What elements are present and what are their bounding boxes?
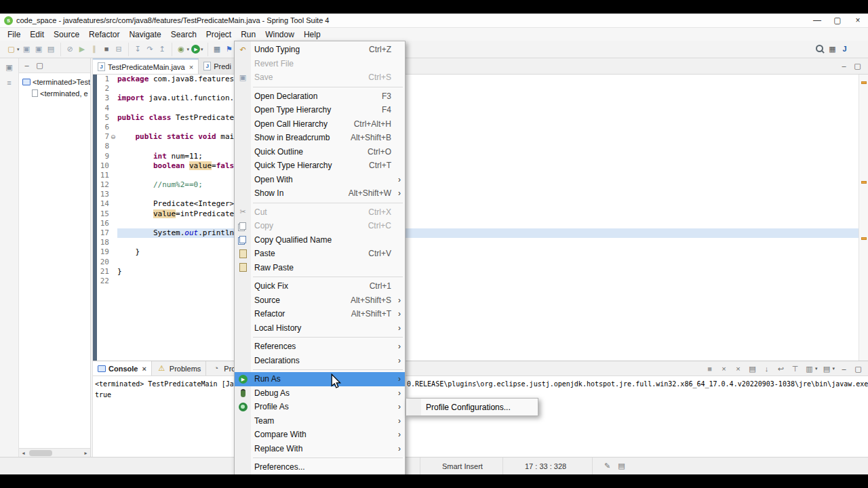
search-icon[interactable] xyxy=(814,43,826,55)
save-file-icon[interactable]: ▣ xyxy=(21,43,33,55)
code-line[interactable]: boolean value=false xyxy=(117,161,868,171)
code-line[interactable] xyxy=(117,190,868,199)
menu-item-compare-with[interactable]: Compare With› xyxy=(235,428,405,442)
maximize-icon[interactable]: ▢ xyxy=(852,363,864,375)
code-line[interactable] xyxy=(117,123,868,132)
menubar-item-refactor[interactable]: Refactor xyxy=(84,28,124,41)
menu-item-refactor[interactable]: RefactorAlt+Shift+T› xyxy=(235,307,405,321)
menubar-item-help[interactable]: Help xyxy=(299,28,326,41)
scroll-left-icon[interactable]: ◂ xyxy=(19,449,28,458)
code-line[interactable]: int num=11; xyxy=(117,152,868,161)
menu-item-profile-as[interactable]: Profile As› xyxy=(235,400,405,414)
menu-item-references[interactable]: References› xyxy=(235,340,405,354)
menu-item-quick-fix[interactable]: Quick FixCtrl+1 xyxy=(235,279,405,293)
code-line[interactable]: } xyxy=(117,247,868,257)
menu-item-open-declaration[interactable]: Open DeclarationF3 xyxy=(235,89,405,104)
menu-item-raw-paste[interactable]: Raw Paste xyxy=(235,261,405,275)
menubar-item-project[interactable]: Project xyxy=(201,28,236,41)
code-line[interactable] xyxy=(117,277,868,286)
terminate-console-icon[interactable]: ■ xyxy=(704,363,715,375)
console-output[interactable]: <terminated> TestPredicateMain [Java App… xyxy=(93,376,868,458)
minimize-button[interactable]: — xyxy=(807,14,827,27)
menu-item-preferences[interactable]: Preferences... xyxy=(235,460,405,474)
horizontal-scrollbar[interactable]: ◂ ▸ xyxy=(19,448,90,457)
code-line[interactable]: public static void main xyxy=(117,132,868,142)
code-line[interactable]: import java.util.function.P xyxy=(117,94,868,103)
menu-item-declarations[interactable]: Declarations› xyxy=(235,354,405,368)
code-line[interactable]: package com.java8.features; xyxy=(117,75,868,84)
menu-item-paste[interactable]: PasteCtrl+V xyxy=(235,247,405,261)
annotation-marker[interactable] xyxy=(861,81,867,84)
editor-code[interactable]: package com.java8.features;import java.u… xyxy=(117,75,868,361)
minimize-icon[interactable]: – xyxy=(838,363,850,375)
code-line[interactable]: System.out.println( xyxy=(117,228,868,238)
menubar-item-file[interactable]: File xyxy=(3,28,25,41)
code-line[interactable] xyxy=(117,104,868,113)
clear-console-icon[interactable]: ▤ xyxy=(747,363,758,375)
code-line[interactable]: public class TestPredicate xyxy=(117,113,868,123)
code-line[interactable] xyxy=(117,219,868,228)
code-line[interactable]: value=intPredicate. xyxy=(117,209,868,219)
code-line[interactable]: } xyxy=(117,267,868,277)
remove-launch-icon[interactable]: × xyxy=(718,363,730,375)
menubar-item-navigate[interactable]: Navigate xyxy=(124,28,165,41)
suspend-icon[interactable]: ∥ xyxy=(89,43,100,55)
menu-item-revert-file[interactable]: Revert File xyxy=(235,57,405,71)
menu-item-show-in[interactable]: Show InAlt+Shift+W› xyxy=(235,186,405,201)
menubar-item-run[interactable]: Run xyxy=(236,28,260,41)
annotation-marker[interactable] xyxy=(861,181,867,184)
save-all-icon[interactable]: ▣ xyxy=(33,43,45,55)
code-line[interactable] xyxy=(117,258,868,267)
menu-item-source[interactable]: SourceAlt+Shift+S› xyxy=(235,293,405,308)
new-wizard-icon[interactable]: ▢▾ xyxy=(5,43,20,55)
pin-console-icon[interactable]: ⊤ xyxy=(789,363,801,375)
fold-collapse-icon[interactable]: ⊖ xyxy=(111,132,117,142)
console-tab-console[interactable]: Console× xyxy=(93,361,152,375)
step-return-icon[interactable]: ↥ xyxy=(157,43,168,55)
run-app-icon[interactable]: ▾ xyxy=(191,44,204,54)
code-line[interactable] xyxy=(117,84,868,94)
scrollbar-thumb[interactable] xyxy=(29,450,52,456)
word-wrap-icon[interactable]: ↩ xyxy=(775,363,787,375)
menu-item-local-history[interactable]: Local History› xyxy=(235,321,405,336)
menubar-item-source[interactable]: Source xyxy=(49,28,84,41)
tree-item[interactable]: <terminated>Test xyxy=(19,76,90,87)
menu-item-cut[interactable]: ✂CutCtrl+X xyxy=(235,205,405,220)
terminate-icon[interactable]: ■ xyxy=(101,43,113,55)
menu-item-quick-outline[interactable]: Quick OutlineCtrl+O xyxy=(235,145,405,159)
mark-occurrences-icon[interactable]: ⚑ xyxy=(224,43,235,55)
close-icon[interactable]: × xyxy=(142,365,146,373)
menu-item-open-type-hierarchy[interactable]: Open Type HierarchyF4 xyxy=(235,103,405,117)
spring-perspective-icon[interactable] xyxy=(851,43,863,55)
menu-item-copy-qualified-name[interactable]: Copy Qualified Name xyxy=(235,233,405,247)
menu-item-team[interactable]: Team› xyxy=(235,414,405,428)
open-type-icon[interactable]: ▦ xyxy=(212,43,223,55)
overview-ruler[interactable] xyxy=(859,75,868,361)
annotation-marker[interactable] xyxy=(861,237,867,240)
menu-item-undo-typing[interactable]: ↶Undo TypingCtrl+Z xyxy=(235,43,405,57)
menubar-item-edit[interactable]: Edit xyxy=(25,28,49,41)
console-tab-problems[interactable]: ⚠Problems xyxy=(152,361,206,375)
editor-tab-predi[interactable]: Predi xyxy=(199,58,237,74)
coverage-icon[interactable]: ◉▾ xyxy=(176,43,191,55)
code-line[interactable] xyxy=(117,142,868,151)
menu-item-profile-configurations[interactable]: Profile Configurations... xyxy=(406,400,538,414)
step-into-icon[interactable]: ↧ xyxy=(132,43,144,55)
menu-item-replace-with[interactable]: Replace With› xyxy=(235,442,405,456)
tree-item[interactable]: <terminated, e xyxy=(19,87,90,99)
editor-body[interactable]: 1234567⊖8910111213141516171819202122 pac… xyxy=(93,75,868,361)
display-console-icon[interactable]: ▥▾ xyxy=(804,363,818,375)
menu-item-save[interactable]: ▣SaveCtrl+S xyxy=(235,70,405,85)
code-line[interactable] xyxy=(117,238,868,247)
code-line[interactable]: //num%2==0; xyxy=(117,180,868,190)
close-button[interactable]: × xyxy=(848,14,868,27)
menu-item-run-as[interactable]: Run As› xyxy=(235,372,405,386)
menu-item-open-with[interactable]: Open With› xyxy=(235,173,405,187)
open-console-icon[interactable]: ▤▾ xyxy=(821,363,835,375)
menu-item-debug-as[interactable]: Debug As› xyxy=(235,386,405,401)
code-line[interactable]: Predicate<Integer> xyxy=(117,199,868,209)
print-icon[interactable]: ▤ xyxy=(45,43,57,55)
close-icon[interactable]: × xyxy=(189,63,193,71)
menubar-item-search[interactable]: Search xyxy=(166,28,201,41)
menu-item-show-in-breadcrumb[interactable]: Show in BreadcrumbAlt+Shift+B xyxy=(235,131,405,145)
